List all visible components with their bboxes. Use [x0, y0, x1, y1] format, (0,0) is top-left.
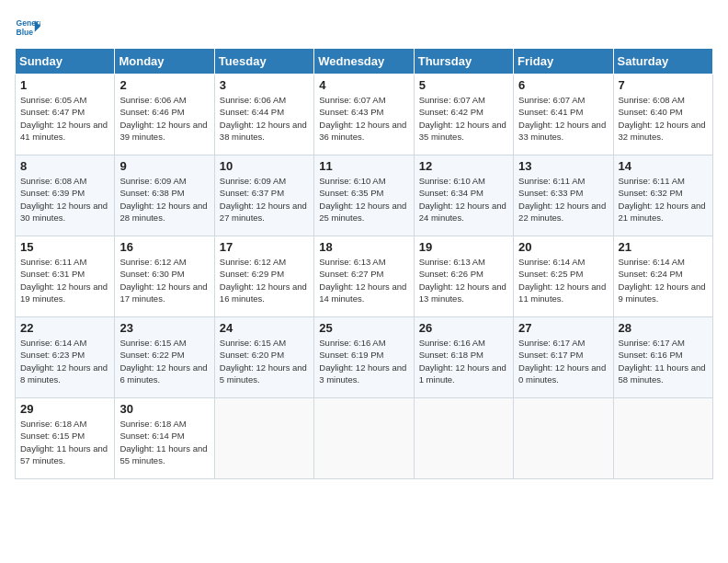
cell-details: Sunrise: 6:13 AM Sunset: 6:26 PM Dayligh…	[419, 256, 508, 304]
day-cell: 8 Sunrise: 6:08 AM Sunset: 6:39 PM Dayli…	[16, 155, 115, 236]
day-number: 8	[20, 159, 109, 173]
cell-details: Sunrise: 6:10 AM Sunset: 6:34 PM Dayligh…	[419, 175, 508, 224]
cell-details: Sunrise: 6:17 AM Sunset: 6:17 PM Dayligh…	[518, 337, 608, 385]
day-number: 19	[419, 240, 508, 254]
cell-details: Sunrise: 6:16 AM Sunset: 6:18 PM Dayligh…	[419, 337, 508, 385]
col-friday: Friday	[514, 49, 613, 75]
cell-details: Sunrise: 6:16 AM Sunset: 6:19 PM Dayligh…	[319, 337, 408, 385]
logo: General Blue	[15, 15, 40, 40]
day-number: 12	[419, 159, 508, 173]
day-cell: 6 Sunrise: 6:07 AM Sunset: 6:41 PM Dayli…	[514, 75, 613, 155]
col-tuesday: Tuesday	[214, 49, 313, 75]
empty-cell	[414, 398, 513, 479]
day-number: 22	[20, 321, 109, 335]
day-number: 13	[518, 159, 608, 173]
day-cell: 5 Sunrise: 6:07 AM Sunset: 6:42 PM Dayli…	[414, 75, 513, 155]
day-number: 24	[220, 321, 309, 335]
empty-cell	[514, 398, 613, 479]
calendar-week-row: 29 Sunrise: 6:18 AM Sunset: 6:15 PM Dayl…	[16, 398, 713, 479]
cell-details: Sunrise: 6:06 AM Sunset: 6:46 PM Dayligh…	[119, 94, 209, 143]
calendar-week-row: 1 Sunrise: 6:05 AM Sunset: 6:47 PM Dayli…	[16, 75, 713, 155]
day-number: 17	[220, 240, 309, 254]
day-number: 27	[518, 321, 608, 335]
day-number: 2	[119, 78, 209, 92]
cell-details: Sunrise: 6:10 AM Sunset: 6:35 PM Dayligh…	[319, 175, 408, 224]
cell-details: Sunrise: 6:05 AM Sunset: 6:47 PM Dayligh…	[20, 94, 109, 143]
day-number: 15	[20, 240, 109, 254]
cell-details: Sunrise: 6:06 AM Sunset: 6:44 PM Dayligh…	[220, 94, 309, 143]
day-cell: 17 Sunrise: 6:12 AM Sunset: 6:29 PM Dayl…	[214, 236, 313, 317]
day-cell: 24 Sunrise: 6:15 AM Sunset: 6:20 PM Dayl…	[214, 317, 313, 398]
day-cell: 19 Sunrise: 6:13 AM Sunset: 6:26 PM Dayl…	[414, 236, 513, 317]
calendar-week-row: 15 Sunrise: 6:11 AM Sunset: 6:31 PM Dayl…	[16, 236, 713, 317]
day-number: 3	[220, 78, 309, 92]
cell-details: Sunrise: 6:15 AM Sunset: 6:20 PM Dayligh…	[220, 337, 309, 385]
cell-details: Sunrise: 6:18 AM Sunset: 6:14 PM Dayligh…	[119, 418, 209, 466]
day-cell: 10 Sunrise: 6:09 AM Sunset: 6:37 PM Dayl…	[214, 155, 313, 236]
cell-details: Sunrise: 6:12 AM Sunset: 6:29 PM Dayligh…	[220, 256, 309, 304]
day-cell: 7 Sunrise: 6:08 AM Sunset: 6:40 PM Dayli…	[613, 75, 712, 155]
svg-text:Blue: Blue	[17, 28, 34, 37]
cell-details: Sunrise: 6:07 AM Sunset: 6:43 PM Dayligh…	[319, 94, 408, 143]
day-cell: 1 Sunrise: 6:05 AM Sunset: 6:47 PM Dayli…	[16, 75, 115, 155]
day-number: 11	[319, 159, 408, 173]
col-thursday: Thursday	[414, 49, 513, 75]
empty-cell	[214, 398, 313, 479]
day-number: 16	[119, 240, 209, 254]
day-cell: 27 Sunrise: 6:17 AM Sunset: 6:17 PM Dayl…	[514, 317, 613, 398]
col-wednesday: Wednesday	[314, 49, 414, 75]
day-cell: 22 Sunrise: 6:14 AM Sunset: 6:23 PM Dayl…	[16, 317, 115, 398]
day-number: 7	[619, 78, 708, 92]
cell-details: Sunrise: 6:18 AM Sunset: 6:15 PM Dayligh…	[20, 418, 109, 466]
day-cell: 12 Sunrise: 6:10 AM Sunset: 6:34 PM Dayl…	[414, 155, 513, 236]
empty-cell	[314, 398, 414, 479]
cell-details: Sunrise: 6:09 AM Sunset: 6:37 PM Dayligh…	[220, 175, 309, 224]
cell-details: Sunrise: 6:07 AM Sunset: 6:42 PM Dayligh…	[419, 94, 508, 143]
day-cell: 21 Sunrise: 6:14 AM Sunset: 6:24 PM Dayl…	[613, 236, 712, 317]
day-cell: 13 Sunrise: 6:11 AM Sunset: 6:33 PM Dayl…	[514, 155, 613, 236]
day-number: 14	[619, 159, 708, 173]
day-cell: 2 Sunrise: 6:06 AM Sunset: 6:46 PM Dayli…	[115, 75, 214, 155]
day-cell: 30 Sunrise: 6:18 AM Sunset: 6:14 PM Dayl…	[115, 398, 214, 479]
logo-icon: General Blue	[15, 15, 40, 40]
day-cell: 15 Sunrise: 6:11 AM Sunset: 6:31 PM Dayl…	[16, 236, 115, 317]
cell-details: Sunrise: 6:11 AM Sunset: 6:32 PM Dayligh…	[619, 175, 708, 224]
cell-details: Sunrise: 6:07 AM Sunset: 6:41 PM Dayligh…	[518, 94, 608, 143]
cell-details: Sunrise: 6:14 AM Sunset: 6:23 PM Dayligh…	[20, 337, 109, 385]
day-number: 6	[518, 78, 608, 92]
day-number: 4	[319, 78, 408, 92]
day-cell: 9 Sunrise: 6:09 AM Sunset: 6:38 PM Dayli…	[115, 155, 214, 236]
day-number: 28	[619, 321, 708, 335]
calendar-table: Sunday Monday Tuesday Wednesday Thursday…	[15, 48, 713, 479]
day-number: 30	[119, 402, 209, 416]
day-cell: 29 Sunrise: 6:18 AM Sunset: 6:15 PM Dayl…	[16, 398, 115, 479]
page-header: General Blue	[15, 15, 713, 40]
day-number: 29	[20, 402, 109, 416]
cell-details: Sunrise: 6:11 AM Sunset: 6:31 PM Dayligh…	[20, 256, 109, 304]
cell-details: Sunrise: 6:11 AM Sunset: 6:33 PM Dayligh…	[518, 175, 608, 224]
day-number: 10	[220, 159, 309, 173]
day-number: 1	[20, 78, 109, 92]
day-number: 20	[518, 240, 608, 254]
cell-details: Sunrise: 6:17 AM Sunset: 6:16 PM Dayligh…	[619, 337, 708, 385]
empty-cell	[613, 398, 712, 479]
day-cell: 18 Sunrise: 6:13 AM Sunset: 6:27 PM Dayl…	[314, 236, 414, 317]
cell-details: Sunrise: 6:09 AM Sunset: 6:38 PM Dayligh…	[119, 175, 209, 224]
cell-details: Sunrise: 6:08 AM Sunset: 6:40 PM Dayligh…	[619, 94, 708, 143]
calendar-header-row: Sunday Monday Tuesday Wednesday Thursday…	[16, 49, 713, 75]
day-number: 25	[319, 321, 408, 335]
calendar-week-row: 22 Sunrise: 6:14 AM Sunset: 6:23 PM Dayl…	[16, 317, 713, 398]
day-number: 21	[619, 240, 708, 254]
col-saturday: Saturday	[613, 49, 712, 75]
day-number: 5	[419, 78, 508, 92]
day-cell: 25 Sunrise: 6:16 AM Sunset: 6:19 PM Dayl…	[314, 317, 414, 398]
calendar-week-row: 8 Sunrise: 6:08 AM Sunset: 6:39 PM Dayli…	[16, 155, 713, 236]
day-number: 18	[319, 240, 408, 254]
day-cell: 14 Sunrise: 6:11 AM Sunset: 6:32 PM Dayl…	[613, 155, 712, 236]
day-cell: 3 Sunrise: 6:06 AM Sunset: 6:44 PM Dayli…	[214, 75, 313, 155]
cell-details: Sunrise: 6:08 AM Sunset: 6:39 PM Dayligh…	[20, 175, 109, 224]
day-cell: 11 Sunrise: 6:10 AM Sunset: 6:35 PM Dayl…	[314, 155, 414, 236]
col-monday: Monday	[115, 49, 214, 75]
day-cell: 4 Sunrise: 6:07 AM Sunset: 6:43 PM Dayli…	[314, 75, 414, 155]
day-cell: 20 Sunrise: 6:14 AM Sunset: 6:25 PM Dayl…	[514, 236, 613, 317]
